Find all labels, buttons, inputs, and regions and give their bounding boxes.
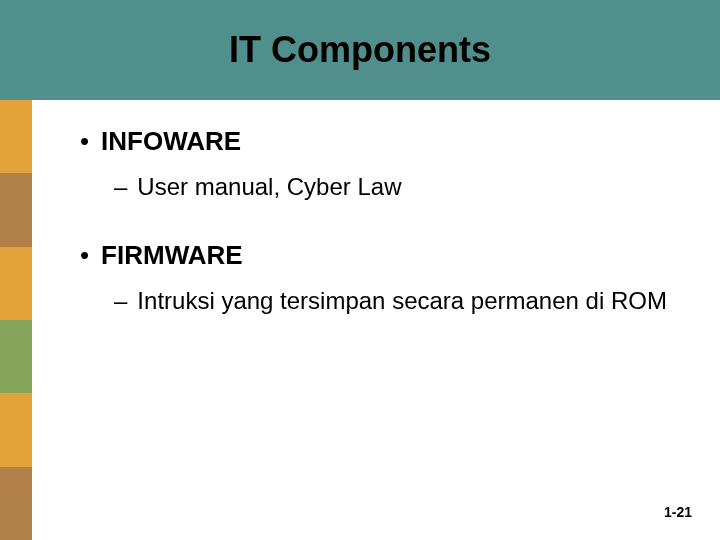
stripe-3	[0, 320, 32, 393]
bullet-icon: •	[80, 239, 89, 273]
sub-bullet-text: Intruksi yang tersimpan secara permanen …	[137, 285, 667, 317]
sub-bullet-item: – User manual, Cyber Law	[114, 171, 674, 203]
bullet-icon: •	[80, 125, 89, 159]
bullet-label: FIRMWARE	[101, 239, 243, 273]
stripe-0	[0, 100, 32, 173]
stripe-2	[0, 247, 32, 320]
slide-header: IT Components	[0, 0, 720, 100]
stripe-5	[0, 467, 32, 540]
dash-icon: –	[114, 171, 127, 203]
slide-number: 1-21	[664, 504, 692, 520]
bullet-item: • FIRMWARE	[80, 239, 690, 273]
slide-body: • INFOWARE – User manual, Cyber Law • FI…	[80, 125, 690, 353]
sub-bullet-text: User manual, Cyber Law	[137, 171, 401, 203]
left-stripe-decoration	[0, 100, 32, 540]
stripe-4	[0, 393, 32, 466]
bullet-label: INFOWARE	[101, 125, 241, 159]
bullet-item: • INFOWARE	[80, 125, 690, 159]
sub-bullet-item: – Intruksi yang tersimpan secara permane…	[114, 285, 674, 317]
slide-title: IT Components	[229, 29, 491, 71]
stripe-1	[0, 173, 32, 246]
dash-icon: –	[114, 285, 127, 317]
